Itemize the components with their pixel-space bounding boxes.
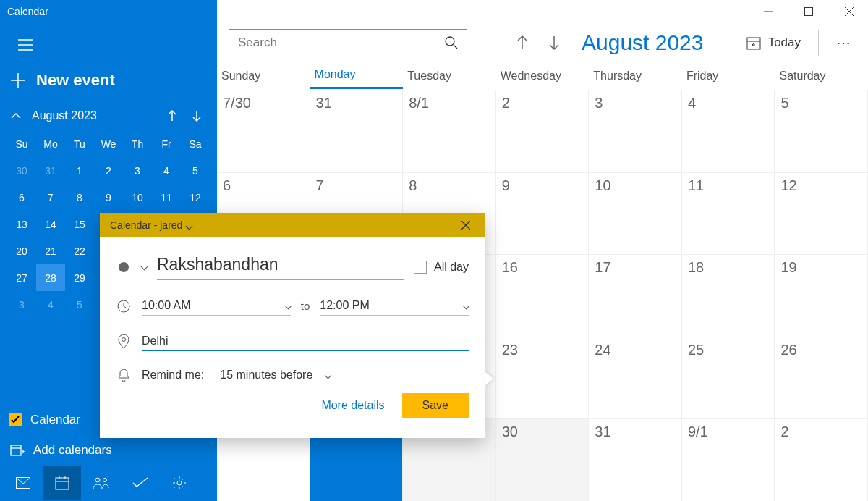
mini-day-cell[interactable]: 3 xyxy=(7,291,36,318)
today-icon xyxy=(746,35,761,50)
mini-day-cell[interactable]: 28 xyxy=(36,264,65,291)
color-dot-icon[interactable] xyxy=(116,259,132,275)
hamburger-icon[interactable] xyxy=(11,30,40,59)
toolbar-divider xyxy=(818,30,819,56)
day-cell[interactable]: 4 xyxy=(682,90,775,172)
minimize-button[interactable] xyxy=(754,1,783,22)
mini-day-cell[interactable]: 29 xyxy=(65,264,94,291)
add-calendars-label: Add calendars xyxy=(33,443,112,458)
new-event-button[interactable]: New event xyxy=(0,67,217,94)
event-title-input[interactable] xyxy=(157,253,404,280)
mini-day-cell[interactable]: 31 xyxy=(36,157,65,184)
day-cell[interactable]: 25 xyxy=(682,337,775,419)
search-box[interactable] xyxy=(229,29,467,56)
people-icon[interactable] xyxy=(82,466,120,500)
search-input[interactable] xyxy=(238,35,445,50)
mini-day-cell[interactable]: 4 xyxy=(36,291,65,318)
next-period-arrow-icon[interactable] xyxy=(544,28,564,57)
add-calendars-button[interactable]: Add calendars xyxy=(0,436,217,465)
day-cell[interactable]: 2 xyxy=(496,90,590,172)
mini-day-cell[interactable]: 30 xyxy=(7,157,36,184)
day-cell[interactable]: 11 xyxy=(682,173,775,255)
todo-icon[interactable] xyxy=(122,466,159,500)
day-cell[interactable]: 7/30 xyxy=(217,90,310,172)
mini-day-cell[interactable]: 13 xyxy=(7,211,36,237)
mini-day-cell[interactable]: 20 xyxy=(7,237,36,264)
day-header[interactable]: Saturday xyxy=(775,62,868,89)
mini-day-cell[interactable]: 11 xyxy=(152,184,181,211)
mini-day-cell[interactable]: 1 xyxy=(65,157,94,184)
popup-header[interactable]: Calendar - jared xyxy=(100,213,485,237)
calendar-nav-icon[interactable] xyxy=(43,466,81,500)
location-input[interactable] xyxy=(142,332,469,351)
mini-day-cell[interactable]: 4 xyxy=(152,157,181,184)
day-header[interactable]: Friday xyxy=(682,62,775,89)
mini-day-cell[interactable]: 2 xyxy=(94,157,123,184)
mini-day-cell[interactable]: 9 xyxy=(94,184,123,211)
mini-day-cell[interactable]: 15 xyxy=(65,211,94,237)
more-menu-icon[interactable]: ⋯ xyxy=(830,30,856,56)
start-time-select[interactable]: 10:00 AM xyxy=(142,296,291,316)
day-cell[interactable]: 30 xyxy=(496,419,590,501)
close-popup-icon[interactable] xyxy=(457,216,475,234)
mini-day-cell[interactable]: 22 xyxy=(65,237,94,264)
day-cell[interactable]: 31 xyxy=(589,419,682,501)
day-cell[interactable]: 17 xyxy=(589,255,682,337)
mini-day-cell[interactable]: 3 xyxy=(123,157,152,184)
day-cell[interactable]: 12 xyxy=(775,173,868,255)
day-cell[interactable]: 9 xyxy=(496,173,590,255)
prev-period-arrow-icon[interactable] xyxy=(512,28,532,57)
remind-select[interactable]: 15 minutes before xyxy=(220,369,331,382)
month-title[interactable]: August 2023 xyxy=(582,30,703,55)
mini-day-cell[interactable]: 6 xyxy=(7,184,36,211)
add-calendar-icon xyxy=(10,443,25,458)
mini-day-cell[interactable]: 27 xyxy=(7,264,36,291)
mini-day-cell[interactable]: 14 xyxy=(36,211,65,237)
day-cell[interactable]: 23 xyxy=(496,337,590,419)
day-cell[interactable]: 19 xyxy=(775,255,868,337)
new-event-label: New event xyxy=(36,71,115,90)
day-cell[interactable]: 2 xyxy=(775,419,868,501)
day-cell[interactable]: 9/1 xyxy=(682,419,775,501)
mini-day-cell[interactable]: 12 xyxy=(181,184,210,211)
day-header[interactable]: Monday xyxy=(310,62,404,89)
day-cell[interactable]: 24 xyxy=(589,337,682,419)
day-header[interactable]: Tuesday xyxy=(403,62,496,89)
toolbar: August 2023 Today ⋯ xyxy=(217,23,868,62)
mini-day-cell[interactable]: 5 xyxy=(65,291,94,318)
save-button[interactable]: Save xyxy=(402,393,469,418)
day-cell[interactable]: 10 xyxy=(589,173,682,255)
mini-day-cell[interactable]: 7 xyxy=(36,184,65,211)
day-cell[interactable]: 8/1 xyxy=(403,90,496,172)
app-title: Calendar xyxy=(0,0,217,23)
chevron-up-icon[interactable] xyxy=(7,107,25,125)
mini-month-label[interactable]: August 2023 xyxy=(25,109,165,122)
prev-month-arrow-icon[interactable] xyxy=(165,109,179,123)
close-window-button[interactable] xyxy=(835,1,864,22)
maximize-button[interactable] xyxy=(794,1,823,22)
day-header[interactable]: Sunday xyxy=(217,62,310,89)
more-details-link[interactable]: More details xyxy=(321,399,384,412)
next-month-arrow-icon[interactable] xyxy=(190,109,204,123)
day-cell[interactable]: 31 xyxy=(310,90,404,172)
calendar-picker-chevron-icon[interactable] xyxy=(142,264,147,269)
all-day-toggle[interactable]: All day xyxy=(414,261,469,274)
svg-rect-2 xyxy=(56,478,69,489)
end-time-select[interactable]: 12:00 PM xyxy=(320,296,469,316)
day-cell[interactable]: 3 xyxy=(589,90,682,172)
day-header[interactable]: Wednesday xyxy=(496,62,590,89)
search-icon[interactable] xyxy=(445,36,458,49)
day-cell[interactable]: 5 xyxy=(775,90,868,172)
mini-day-cell[interactable]: 10 xyxy=(123,184,152,211)
mini-day-cell[interactable]: 8 xyxy=(65,184,94,211)
day-cell[interactable]: 18 xyxy=(682,255,775,337)
day-cell[interactable]: 26 xyxy=(775,337,868,419)
mini-day-cell[interactable]: 21 xyxy=(36,237,65,264)
day-cell[interactable]: 16 xyxy=(496,255,590,337)
mail-icon[interactable] xyxy=(4,466,42,500)
mini-day-cell[interactable]: 5 xyxy=(181,157,210,184)
location-icon xyxy=(116,334,132,350)
settings-icon[interactable] xyxy=(161,466,198,500)
day-header[interactable]: Thursday xyxy=(589,62,682,89)
today-button[interactable]: Today xyxy=(741,33,807,53)
